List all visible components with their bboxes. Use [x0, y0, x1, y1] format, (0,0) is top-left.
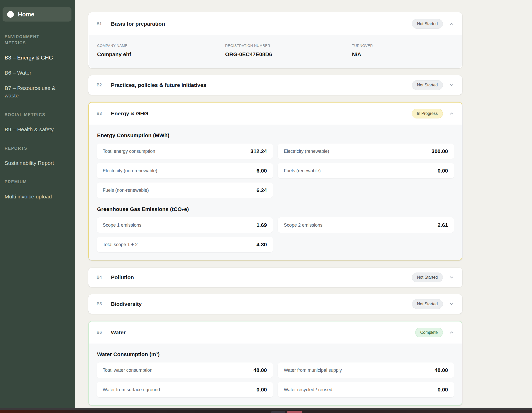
metric-row-scope2: Scope 2 emissions 2.61: [278, 217, 454, 233]
metric-value: 6.00: [256, 168, 267, 174]
water-consumption-rows: Total water consumption 48.00 Water from…: [97, 362, 454, 397]
metric-label: Scope 2 emissions: [284, 223, 322, 228]
metric-row-electricity-non-renewable: Electricity (non-renewable) 6.00: [97, 163, 273, 178]
status-badge-b5: Not Started: [412, 299, 443, 309]
card-b3-code: B3: [97, 111, 111, 116]
card-b1-header[interactable]: B1 Basis for preparation Not Started: [89, 13, 462, 35]
card-b2-practices-policies: B2 Practices, policies & future initiati…: [88, 75, 462, 95]
metric-row-fuels-non-renewable: Fuels (non-renewable) 6.24: [97, 183, 273, 198]
metric-value: 0.00: [437, 168, 448, 174]
metric-label: Water from municipal supply: [284, 368, 342, 373]
field-label: REGISTRATION NUMBER: [225, 44, 352, 48]
field-label: COMPANY NAME: [97, 44, 225, 48]
card-b2-header[interactable]: B2 Practices, policies & future initiati…: [89, 76, 462, 94]
taskbar-lower-strip: [0, 410, 532, 413]
section-title-environment: ENVIRONMENT METRICS: [5, 34, 58, 46]
card-b1-basis-for-preparation: B1 Basis for preparation Not Started COM…: [88, 12, 462, 68]
status-badge-b4: Not Started: [412, 273, 443, 282]
metric-row-total-scope-1-2: Total scope 1 + 2 4.30: [97, 237, 273, 252]
card-b4-pollution: B4 Pollution Not Started: [88, 268, 462, 287]
energy-consumption-rows: Total energy consumption 312.24 Electric…: [97, 144, 454, 198]
sidebar-item-b3-energy-ghg[interactable]: B3 – Energy & GHG: [5, 54, 64, 61]
chevron-down-icon[interactable]: [449, 301, 454, 307]
card-b3-energy-ghg: B3 Energy & GHG In Progress Energy Consu…: [88, 102, 462, 260]
card-b2-code: B2: [97, 83, 111, 87]
metric-value: 2.61: [437, 222, 448, 228]
metric-value: 0.00: [256, 387, 267, 393]
sidebar-item-b6-water[interactable]: B6 – Water: [5, 69, 64, 76]
card-b2-title: Practices, policies & future initiatives: [111, 82, 412, 88]
chevron-up-icon[interactable]: [449, 111, 454, 116]
taskbar-button-gray[interactable]: [271, 411, 285, 413]
card-b5-code: B5: [97, 302, 111, 306]
ghg-emissions-rows: Scope 1 emissions 1.69 Scope 2 emissions…: [97, 217, 454, 252]
sidebar-item-multi-invoice-upload[interactable]: Multi invoice upload: [5, 193, 64, 200]
card-b1-code: B1: [97, 22, 111, 26]
metric-label: Scope 1 emissions: [103, 223, 141, 228]
taskbar-button-red[interactable]: [287, 411, 302, 413]
chevron-up-icon[interactable]: [449, 330, 454, 335]
metric-label: Total scope 1 + 2: [103, 242, 138, 247]
chevron-down-icon[interactable]: [449, 83, 454, 88]
main-content: B1 Basis for preparation Not Started COM…: [75, 0, 532, 413]
metric-value: 48.00: [434, 367, 448, 373]
field-registration-number: REGISTRATION NUMBER ORG-0EC47E08D6: [225, 44, 352, 57]
field-label: TURNOVER: [352, 44, 454, 48]
card-b3-title: Energy & GHG: [111, 110, 412, 117]
sidebar-section-reports: REPORTS Sustainability Report: [3, 145, 71, 167]
ghg-emissions-heading: Greenhouse Gas Emissions (tCO₂e): [97, 206, 454, 212]
chevron-down-icon[interactable]: [449, 275, 454, 280]
card-b6-water: B6 Water Complete Water Consumption (m³)…: [88, 321, 462, 406]
card-b1-body: COMPANY NAME Company ehf REGISTRATION NU…: [89, 35, 462, 68]
sidebar-section-environment: ENVIRONMENT METRICS B3 – Energy & GHG B6…: [3, 34, 71, 99]
card-b5-header[interactable]: B5 Biodiversity Not Started: [89, 295, 462, 313]
metric-label: Total water consumption: [103, 368, 152, 373]
water-consumption-heading: Water Consumption (m³): [97, 351, 454, 357]
sidebar-item-sustainability-report[interactable]: Sustainability Report: [5, 159, 64, 167]
status-badge-b2: Not Started: [412, 80, 443, 90]
metric-row-water-surface-ground: Water from surface / ground 0.00: [97, 382, 273, 397]
ghg-emissions-section: Greenhouse Gas Emissions (tCO₂e) Scope 1…: [97, 206, 454, 252]
sidebar-section-premium: PREMIUM Multi invoice upload: [3, 179, 71, 200]
card-b1-title: Basis for preparation: [111, 21, 412, 27]
metric-row-water-recycled: Water recycled / reused 0.00: [278, 382, 454, 397]
sidebar-item-home[interactable]: Home: [3, 7, 71, 22]
field-value: N/A: [352, 51, 454, 57]
status-badge-b3: In Progress: [412, 109, 443, 118]
chevron-up-icon[interactable]: [449, 21, 454, 26]
card-b6-code: B6: [97, 330, 111, 335]
water-consumption-section: Water Consumption (m³) Total water consu…: [97, 351, 454, 397]
metric-label: Water recycled / reused: [284, 387, 332, 392]
card-b4-header[interactable]: B4 Pollution Not Started: [89, 268, 462, 287]
card-b6-header[interactable]: B6 Water Complete: [89, 321, 462, 344]
metric-label: Electricity (non-renewable): [103, 168, 157, 174]
card-b5-biodiversity: B5 Biodiversity Not Started: [88, 294, 462, 314]
metric-label: Water from surface / ground: [103, 387, 160, 392]
status-badge-b6: Complete: [415, 328, 443, 337]
company-info-fields: COMPANY NAME Company ehf REGISTRATION NU…: [97, 42, 454, 60]
field-value: ORG-0EC47E08D6: [225, 51, 352, 57]
metric-label: Fuels (non-renewable): [103, 188, 149, 193]
card-b3-header[interactable]: B3 Energy & GHG In Progress: [89, 103, 462, 125]
metric-label: Total energy consumption: [103, 149, 155, 154]
taskbar-top-strip: [0, 408, 532, 410]
field-value: Company ehf: [97, 51, 225, 57]
metric-row-total-energy: Total energy consumption 312.24: [97, 144, 273, 159]
metric-value: 4.30: [256, 241, 267, 248]
metric-value: 6.24: [256, 187, 267, 193]
card-b4-code: B4: [97, 275, 111, 280]
metric-value: 300.00: [432, 148, 448, 154]
metric-row-electricity-renewable: Electricity (renewable) 300.00: [278, 144, 454, 159]
bottom-taskbar: [0, 408, 532, 413]
sidebar-item-b9-health-safety[interactable]: B9 – Health & safety: [5, 126, 64, 133]
sidebar-section-social: SOCIAL METRICS B9 – Health & safety: [3, 112, 71, 133]
metric-row-fuels-renewable: Fuels (renewable) 0.00: [278, 163, 454, 178]
home-dot-icon: [7, 11, 14, 18]
metric-row-scope1: Scope 1 emissions 1.69: [97, 217, 273, 233]
metric-row-water-municipal: Water from municipal supply 48.00: [278, 362, 454, 378]
metric-value: 48.00: [253, 367, 267, 373]
metric-value: 312.24: [251, 148, 267, 154]
sidebar-item-b7-resource-use-waste[interactable]: B7 – Resource use & waste: [5, 84, 64, 99]
card-b6-body: Water Consumption (m³) Total water consu…: [89, 344, 462, 405]
card-b3-body: Energy Consumption (MWh) Total energy co…: [89, 125, 462, 260]
